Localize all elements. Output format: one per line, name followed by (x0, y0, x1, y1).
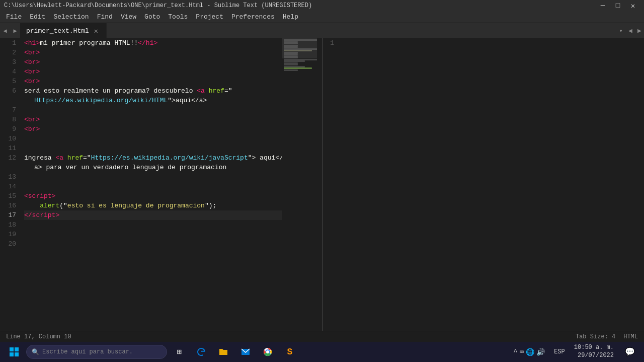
line-num-12: 12 (0, 153, 21, 163)
line-num-10: 10 (0, 134, 21, 143)
svg-rect-0 (10, 347, 14, 351)
main-content: 1 2 3 4 5 6 7 8 9 10 11 12 13 14 15 16 1… (0, 38, 644, 331)
svg-rect-3 (15, 352, 19, 356)
tab-scroll-left[interactable]: ◀ (0, 23, 10, 38)
code-line-6a: será esto realmente un programa? descubr… (24, 86, 282, 96)
code-line-5: <br> (24, 77, 282, 86)
line-num-18: 18 (0, 220, 21, 230)
menu-selection[interactable]: Selection (49, 11, 93, 23)
language-indicator[interactable]: ESP (551, 348, 568, 355)
svg-rect-1 (15, 347, 19, 351)
minimap-thumb[interactable] (282, 38, 317, 58)
menu-help[interactable]: Help (279, 11, 302, 23)
line-num-16: 16 (0, 201, 21, 210)
code-line-10 (24, 134, 282, 143)
tray-network[interactable]: 🌐 (526, 348, 534, 356)
minimap (282, 38, 317, 331)
search-placeholder: Escribe aquí para buscar. (42, 348, 133, 355)
right-scrollbar[interactable] (639, 38, 644, 331)
taskbar-icon-chrome[interactable] (258, 342, 278, 362)
nav-next-arrow[interactable]: ▶ (635, 23, 644, 38)
menu-tools[interactable]: Tools (164, 11, 192, 23)
svg-point-7 (266, 350, 269, 353)
code-line-17: </script> (24, 210, 282, 220)
tab-close-button[interactable]: ✕ (92, 27, 100, 35)
statusbar-left: Line 17, Column 10 (6, 333, 71, 340)
line-num-6b (0, 96, 21, 105)
code-line-18 (24, 220, 282, 230)
right-code-area (338, 38, 639, 331)
clock-date: 29/07/2022 (574, 352, 614, 360)
menu-project[interactable]: Project (192, 11, 227, 23)
taskbar-icon-edge[interactable] (191, 342, 211, 362)
line-num-17: 17 (0, 210, 21, 220)
code-line-8: <br> (24, 115, 282, 124)
line-num-5: 5 (0, 77, 21, 86)
menu-preferences[interactable]: Preferences (227, 11, 279, 23)
code-line-12a: ingresa <a href="Https://es.wikipedia.or… (24, 153, 282, 163)
tray-keyboard[interactable]: ⌨ (520, 348, 524, 356)
code-line-1: <h1>mi primer programa HTML!!</h1> (24, 38, 282, 48)
line-num-4: 4 (0, 67, 21, 77)
code-line-3: <br> (24, 57, 282, 67)
code-line-2: <br> (24, 48, 282, 57)
code-line-14 (24, 182, 282, 191)
titlebar-controls: ─ □ ✕ (596, 0, 640, 11)
tray-volume[interactable]: 🔊 (536, 348, 545, 356)
code-line-15: <script> (24, 191, 282, 201)
nav-prev-arrow[interactable]: ◀ (626, 23, 635, 38)
system-clock[interactable]: 10:50 a. m. 29/07/2022 (570, 344, 618, 359)
code-line-4: <br> (24, 67, 282, 77)
code-line-13 (24, 172, 282, 182)
line-num-6: 6 (0, 86, 21, 96)
editor-scrollbar[interactable] (317, 38, 322, 331)
code-editor[interactable]: <h1>mi primer programa HTML!!</h1> <br> … (21, 38, 282, 331)
menu-find[interactable]: Find (93, 11, 117, 23)
code-line-6b: Https://es.wikipedia.org/wiki/HTML">aqui… (24, 96, 282, 105)
taskbar-icon-sublime[interactable]: S (280, 342, 300, 362)
line-num-2: 2 (0, 48, 21, 57)
menu-goto[interactable]: Goto (140, 11, 164, 23)
code-line-16: alert("esto si es lenguaje de programaci… (24, 201, 282, 210)
titlebar-title: C:\Users\Hewlett-Packard\Documents\ONE\p… (4, 2, 312, 9)
tab-size: Tab Size: 4 (576, 333, 615, 340)
line-num-7: 7 (0, 105, 21, 115)
taskbar-icon-task-view[interactable]: ⊞ (169, 342, 189, 362)
line-num-19: 19 (0, 230, 21, 239)
notification-button[interactable]: 💬 (620, 342, 640, 362)
minimize-button[interactable]: ─ (596, 0, 610, 11)
start-button[interactable] (4, 342, 24, 362)
maximize-button[interactable]: □ (611, 0, 625, 11)
code-line-11 (24, 143, 282, 153)
line-num-1: 1 (0, 38, 21, 48)
tray-expand[interactable]: ^ (513, 348, 517, 356)
menu-file[interactable]: File (2, 11, 26, 23)
line-num-13: 13 (0, 172, 21, 182)
titlebar: C:\Users\Hewlett-Packard\Documents\ONE\p… (0, 0, 644, 11)
menu-edit[interactable]: Edit (26, 11, 49, 23)
line-num-14: 14 (0, 182, 21, 191)
taskbar-icon-explorer[interactable] (213, 342, 233, 362)
code-line-12b: a> para ver un verdadero lenguaje de pro… (24, 163, 282, 172)
tab-nav-arrows: ◀ ▶ (626, 23, 644, 38)
menu-view[interactable]: View (117, 11, 140, 23)
line-numbers: 1 2 3 4 5 6 7 8 9 10 11 12 13 14 15 16 1… (0, 38, 21, 331)
menubar: File Edit Selection Find View Goto Tools… (0, 11, 644, 23)
taskbar-search[interactable]: 🔍 Escribe aquí para buscar. (26, 345, 167, 359)
system-tray: ^ ⌨ 🌐 🔊 (509, 348, 549, 356)
close-button[interactable]: ✕ (626, 0, 640, 11)
line-num-15: 15 (0, 191, 21, 201)
line-num-3: 3 (0, 57, 21, 67)
tab-label: primer_text.Html (26, 27, 89, 35)
code-line-19 (24, 230, 282, 239)
tab-dropdown-button[interactable]: ▾ (616, 23, 626, 38)
line-num-9: 9 (0, 124, 21, 134)
right-line-num-1: 1 (323, 38, 338, 48)
tab-primer-text[interactable]: primer_text.Html ✕ (20, 23, 107, 38)
statusbar-right: Tab Size: 4 HTML (576, 333, 638, 340)
line-num-11: 11 (0, 143, 21, 153)
search-icon: 🔍 (32, 348, 39, 356)
taskbar-icon-mail[interactable] (235, 342, 256, 362)
line-num-20: 20 (0, 239, 21, 249)
tab-scroll-right[interactable]: ▶ (10, 23, 20, 38)
